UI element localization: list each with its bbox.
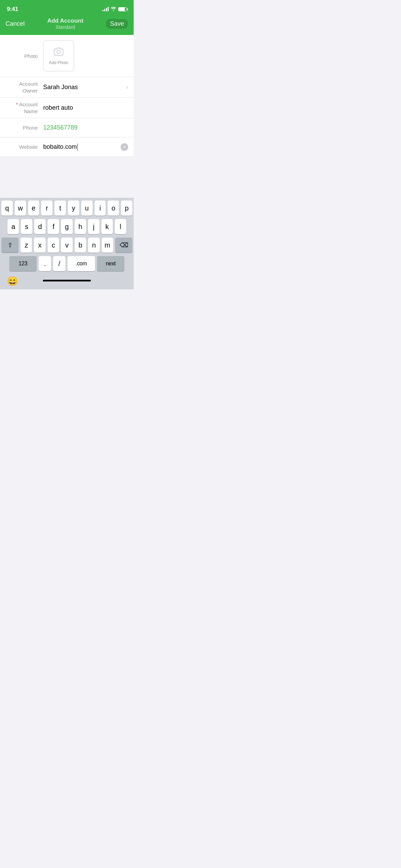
key-x[interactable]: x <box>34 238 45 253</box>
home-indicator <box>43 280 91 281</box>
key-w[interactable]: w <box>15 201 26 216</box>
cancel-button[interactable]: Cancel <box>5 20 25 27</box>
account-name-label: * Account Name <box>5 101 43 114</box>
photo-row: Photo Add Photo <box>0 35 134 77</box>
dot-key[interactable]: . <box>39 256 51 271</box>
key-s[interactable]: s <box>21 219 32 234</box>
clear-button[interactable] <box>121 143 128 151</box>
key-j[interactable]: j <box>88 219 99 234</box>
key-e[interactable]: e <box>28 201 39 216</box>
key-p[interactable]: p <box>121 201 132 216</box>
battery-icon <box>118 7 127 11</box>
delete-key[interactable]: ⌫ <box>115 238 132 253</box>
keyboard-row-3: ⇧ z x c v b n m ⌫ <box>1 238 132 253</box>
status-time: 9:41 <box>7 6 18 13</box>
key-v[interactable]: v <box>61 238 72 253</box>
shift-key[interactable]: ⇧ <box>1 238 19 253</box>
key-d[interactable]: d <box>34 219 46 234</box>
website-label: Website <box>5 144 43 150</box>
add-photo-label: Add Photo <box>49 60 68 65</box>
nav-title-main: Add Account <box>47 17 83 24</box>
key-h[interactable]: h <box>75 219 86 234</box>
chevron-right-icon: › <box>126 84 128 91</box>
nav-title: Add Account Standard <box>47 17 83 30</box>
delete-icon: ⌫ <box>120 241 128 249</box>
nav-bar: Cancel Add Account Standard Save <box>0 16 134 35</box>
phone-value: 1234567789 <box>43 124 128 131</box>
website-row[interactable]: Website bobaito.com <box>0 137 134 157</box>
required-indicator: * <box>16 101 19 107</box>
key-t[interactable]: t <box>54 201 66 216</box>
key-i[interactable]: i <box>95 201 106 216</box>
empty-area <box>0 157 134 205</box>
phone-label: Phone <box>5 124 43 131</box>
keyboard-row-1: q w e r t y u i o p <box>1 201 132 216</box>
signal-icon <box>102 7 109 11</box>
keyboard-row-4: 123 . / .com next <box>1 256 132 271</box>
slash-key[interactable]: / <box>53 256 65 271</box>
key-y[interactable]: y <box>68 201 79 216</box>
photo-label: Photo <box>5 53 43 59</box>
account-name-row[interactable]: * Account Name robert auto <box>0 98 134 118</box>
emoji-row: 😄 <box>1 275 132 289</box>
key-z[interactable]: z <box>21 238 32 253</box>
emoji-key[interactable]: 😄 <box>7 276 18 287</box>
key-r[interactable]: r <box>41 201 52 216</box>
phone-row[interactable]: Phone 1234567789 <box>0 118 134 137</box>
numbers-key[interactable]: 123 <box>9 256 37 271</box>
key-f[interactable]: f <box>48 219 59 234</box>
save-button[interactable]: Save <box>106 19 128 29</box>
svg-point-0 <box>57 50 60 53</box>
key-u[interactable]: u <box>81 201 93 216</box>
key-c[interactable]: c <box>48 238 59 253</box>
shift-icon: ⇧ <box>8 241 13 249</box>
key-g[interactable]: g <box>61 219 72 234</box>
next-key[interactable]: next <box>97 256 124 271</box>
dotcom-key[interactable]: .com <box>68 256 95 271</box>
keyboard-row-2: a s d f g h j k l <box>1 219 132 234</box>
key-n[interactable]: n <box>88 238 99 253</box>
account-name-value: robert auto <box>43 104 128 111</box>
keyboard: q w e r t y u i o p a s d f g h j k l ⇧ … <box>0 198 134 289</box>
wifi-icon <box>111 7 116 12</box>
key-k[interactable]: k <box>101 219 113 234</box>
camera-icon <box>53 47 64 58</box>
key-l[interactable]: l <box>115 219 126 234</box>
status-bar: 9:41 <box>0 0 134 16</box>
nav-title-sub: Standard <box>47 24 83 30</box>
key-m[interactable]: m <box>102 238 113 253</box>
account-owner-row[interactable]: Account Owner Sarah Jonas › <box>0 77 134 98</box>
account-owner-value: Sarah Jonas <box>43 84 125 91</box>
form-area: Photo Add Photo Account Owner Sarah Jona… <box>0 35 134 157</box>
status-icons <box>102 7 127 12</box>
key-b[interactable]: b <box>75 238 86 253</box>
key-o[interactable]: o <box>108 201 119 216</box>
website-text: bobaito.com <box>43 143 77 150</box>
add-photo-button[interactable]: Add Photo <box>43 40 74 71</box>
key-q[interactable]: q <box>1 201 13 216</box>
account-owner-label: Account Owner <box>5 81 43 94</box>
key-a[interactable]: a <box>8 219 19 234</box>
text-cursor <box>77 144 78 150</box>
website-value: bobaito.com <box>43 143 121 150</box>
